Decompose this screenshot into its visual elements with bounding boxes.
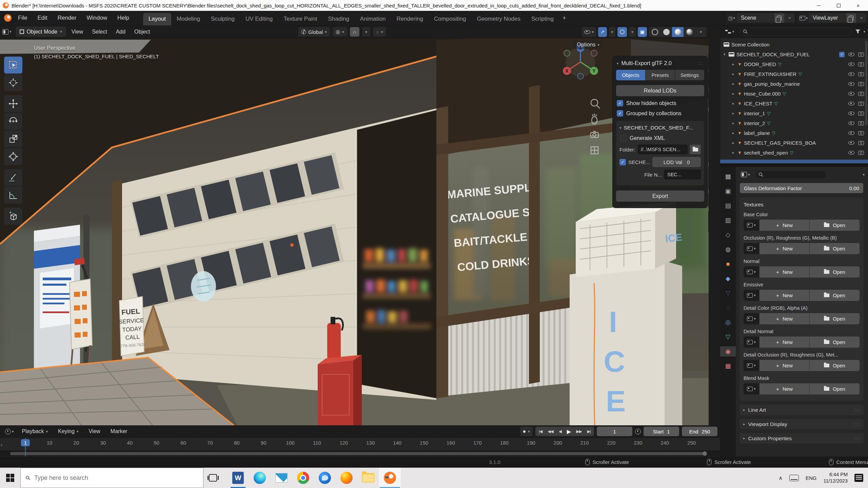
object-row[interactable]: ▸ ▼ FIRE_EXTINGUISHER ▽ bbox=[722, 69, 867, 79]
auto-keying-button[interactable]: ●▾ bbox=[520, 427, 533, 436]
workspace-tab[interactable]: Compositing bbox=[429, 13, 472, 25]
outliner-scrollbar[interactable] bbox=[865, 41, 867, 125]
timeline-editor-button[interactable]: ▾ bbox=[3, 429, 16, 434]
scene-icon[interactable]: ◳▾ bbox=[727, 13, 737, 23]
viewport-menu-item[interactable]: Select bbox=[88, 27, 111, 36]
image-browse-dropdown[interactable]: ▾ bbox=[744, 290, 759, 301]
taskbar-app-chrome[interactable] bbox=[292, 468, 314, 488]
properties-filter-icon[interactable]: ▾ bbox=[863, 172, 865, 177]
pivot-dropdown[interactable]: ◎▾ bbox=[333, 27, 347, 37]
open-image-button[interactable]: Open bbox=[810, 220, 860, 231]
disclosure-icon[interactable]: ▸ bbox=[731, 121, 735, 125]
image-browse-dropdown[interactable]: ▾ bbox=[744, 220, 759, 231]
shading-rendered-button[interactable] bbox=[684, 27, 695, 37]
hide-eye-icon[interactable] bbox=[848, 151, 854, 155]
region-collapse-icon[interactable]: ‹ bbox=[1, 442, 2, 448]
image-browse-dropdown[interactable]: ▾ bbox=[744, 337, 759, 348]
properties-tab[interactable]: ▣ bbox=[721, 186, 735, 196]
snap-settings-dropdown[interactable]: ▾ bbox=[362, 27, 370, 37]
workspace-tab[interactable]: Layout bbox=[143, 13, 171, 25]
show-hidden-checkbox-row[interactable]: ✓ Show hidden objects bbox=[617, 100, 704, 106]
scene-copy-button[interactable] bbox=[774, 13, 784, 23]
frame-start-field[interactable]: Start1 bbox=[644, 427, 679, 436]
frame-end-field[interactable]: End250 bbox=[682, 427, 717, 436]
hide-eye-icon[interactable] bbox=[848, 111, 854, 115]
tray-expand-icon[interactable]: ∧ bbox=[778, 475, 783, 481]
properties-search[interactable] bbox=[755, 170, 826, 179]
object-row[interactable]: ▸ ▼ sechelt_shed_open ▽ bbox=[722, 148, 867, 158]
object-row[interactable]: ▸ ▼ SECHELT_GAS_PRICES_BOA bbox=[722, 138, 867, 148]
drag-handle-icon[interactable]: :::: bbox=[854, 436, 860, 441]
object-row[interactable]: ▸ ▼ DOOR_SHED ▽ bbox=[722, 59, 867, 69]
new-image-button[interactable]: +New bbox=[760, 266, 809, 278]
properties-tab[interactable]: ◉ bbox=[720, 346, 736, 357]
sidebar-tab[interactable]: Edit bbox=[708, 192, 709, 209]
checkbox-unchecked[interactable] bbox=[620, 135, 627, 141]
disable-render-icon[interactable] bbox=[858, 92, 864, 96]
search-input[interactable] bbox=[34, 474, 198, 482]
workspace-tab[interactable]: Shading bbox=[322, 13, 354, 25]
sidebar-tab[interactable]: Multi-Export glTF 2.0 bbox=[708, 110, 709, 164]
workspace-tab[interactable]: UV Editing bbox=[240, 13, 278, 25]
open-image-button[interactable]: Open bbox=[810, 243, 860, 254]
disable-render-icon[interactable] bbox=[858, 102, 864, 106]
collapsed-panel[interactable]: ▸ Viewport Display :::: bbox=[739, 419, 864, 430]
options-dropdown[interactable]: Options▾ bbox=[573, 40, 604, 49]
proportional-edit-toggle[interactable]: ◌▾ bbox=[373, 27, 386, 37]
annotate-tool[interactable] bbox=[4, 169, 22, 186]
disclosure-icon[interactable]: ▸ bbox=[731, 141, 735, 145]
properties-tab[interactable]: ▩ bbox=[721, 171, 735, 182]
timeline-scrollbar[interactable] bbox=[10, 452, 705, 455]
disclosure-icon[interactable]: ▸ bbox=[731, 101, 735, 106]
export-tab[interactable]: Settings bbox=[675, 70, 704, 80]
maximize-button[interactable] bbox=[829, 0, 848, 11]
sidebar-tab[interactable]: Poliigon bbox=[708, 165, 709, 191]
sidebar-tab[interactable]: View bbox=[708, 90, 709, 109]
properties-tab[interactable]: ▥ bbox=[721, 215, 735, 225]
collapsed-panel[interactable]: ▸ Line Art :::: bbox=[739, 404, 864, 415]
collection-row[interactable]: ▾ SECHELT_DOCK_SHED_FUEL ✓ bbox=[722, 49, 867, 59]
properties-breadcrumb[interactable]: ▾ bbox=[738, 172, 752, 177]
taskbar-app-thunderbird[interactable] bbox=[314, 468, 336, 488]
rotate-tool[interactable] bbox=[4, 113, 22, 130]
shading-dropdown[interactable]: ▾ bbox=[695, 27, 707, 37]
transport-button[interactable]: |◀ bbox=[536, 429, 545, 434]
taskbar-app-mail[interactable] bbox=[271, 468, 292, 488]
workspace-tab[interactable]: Geometry Nodes bbox=[471, 13, 526, 25]
language-indicator[interactable]: ENG bbox=[806, 475, 817, 481]
sidebar-tab[interactable]: Item bbox=[708, 53, 709, 70]
drag-handle-icon[interactable]: :::: bbox=[854, 422, 860, 427]
disable-render-icon[interactable] bbox=[858, 111, 864, 116]
fire-extinguisher[interactable] bbox=[327, 323, 341, 360]
menu-item[interactable]: Render bbox=[53, 13, 81, 23]
properties-tab[interactable]: ▤ bbox=[721, 201, 735, 211]
new-image-button[interactable]: +New bbox=[760, 220, 809, 231]
transport-button[interactable]: ◀◀ bbox=[545, 429, 556, 434]
3d-viewport[interactable]: MARINE SUPPLIES CATALOGUE STORE BAIT/TAC… bbox=[0, 25, 709, 425]
blender-menu-icon[interactable] bbox=[4, 14, 12, 22]
disclosure-icon[interactable]: ▸ bbox=[731, 72, 735, 76]
disclosure-icon[interactable]: ▾ bbox=[722, 52, 727, 57]
properties-tab[interactable]: ◆ bbox=[721, 273, 735, 284]
transport-button[interactable]: ▶| bbox=[585, 429, 593, 434]
new-image-button[interactable]: +New bbox=[760, 360, 809, 371]
properties-tab[interactable]: ▦ bbox=[721, 361, 735, 371]
timeline-ruler[interactable]: 1 10203040506070809010011012013014015016… bbox=[0, 438, 720, 451]
axis-neg-y-ball[interactable] bbox=[564, 50, 570, 56]
disable-render-icon[interactable] bbox=[858, 121, 864, 125]
shading-solid-button[interactable] bbox=[660, 27, 672, 37]
object-row[interactable]: ▸ ▼ gas_pump_body_marine bbox=[722, 79, 867, 89]
new-image-button[interactable]: +New bbox=[760, 313, 809, 324]
shading-material-button[interactable] bbox=[672, 27, 684, 37]
open-image-button[interactable]: Open bbox=[810, 383, 860, 394]
drag-handle-icon[interactable]: :::: bbox=[698, 61, 704, 66]
disable-render-icon[interactable] bbox=[858, 53, 864, 57]
hide-eye-icon[interactable] bbox=[848, 62, 854, 66]
viewport-menu-item[interactable]: Object bbox=[131, 27, 154, 36]
select-box-tool[interactable] bbox=[4, 57, 22, 74]
hide-eye-icon[interactable] bbox=[848, 72, 854, 76]
object-row[interactable]: ▸ ▼ interior_1 ▽ bbox=[722, 108, 867, 118]
scene-name[interactable]: Scene bbox=[737, 15, 774, 21]
disable-render-icon[interactable] bbox=[858, 151, 864, 155]
open-image-button[interactable]: Open bbox=[810, 337, 860, 348]
